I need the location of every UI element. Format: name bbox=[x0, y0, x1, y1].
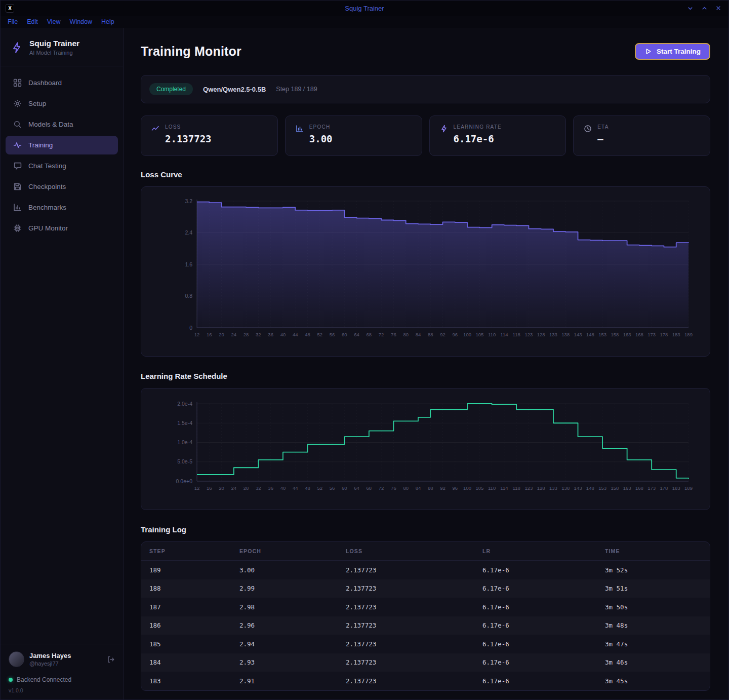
menu-window[interactable]: Window bbox=[65, 17, 97, 26]
sidebar-item-models-data[interactable]: Models & Data bbox=[6, 115, 118, 134]
sidebar-item-gpu-monitor[interactable]: GPU Monitor bbox=[6, 219, 118, 238]
sidebar-item-training[interactable]: Training bbox=[6, 136, 118, 154]
bolt-logo-icon bbox=[11, 42, 23, 54]
main-content: Training Monitor Start Training Complete… bbox=[124, 28, 728, 699]
svg-text:68: 68 bbox=[367, 485, 372, 491]
svg-text:48: 48 bbox=[305, 332, 310, 337]
sidebar-item-dashboard[interactable]: Dashboard bbox=[6, 73, 118, 92]
stat-value-eta: — bbox=[597, 133, 609, 144]
minimize-button[interactable] bbox=[685, 3, 695, 13]
table-cell: 186 bbox=[149, 621, 239, 629]
svg-text:105: 105 bbox=[475, 332, 483, 337]
svg-text:84: 84 bbox=[416, 485, 421, 491]
svg-text:178: 178 bbox=[660, 485, 668, 491]
svg-text:40: 40 bbox=[280, 332, 286, 337]
sidebar: Squig Trainer AI Model Training Dashboar… bbox=[1, 28, 124, 699]
sidebar-nav: Dashboard Setup Models & Data Training C… bbox=[1, 66, 123, 644]
table-cell: 3.00 bbox=[239, 566, 346, 574]
svg-text:183: 183 bbox=[672, 485, 680, 491]
menu-file[interactable]: File bbox=[3, 17, 22, 26]
start-training-label: Start Training bbox=[657, 48, 701, 55]
svg-text:76: 76 bbox=[391, 485, 396, 491]
table-cell: 187 bbox=[149, 603, 239, 611]
log-table-body: 1893.002.1377236.17e-63m 52s1882.992.137… bbox=[141, 561, 710, 690]
table-cell: 2.94 bbox=[239, 640, 346, 648]
app-window: X Squig Trainer File Edit View Window He… bbox=[0, 0, 729, 700]
svg-text:72: 72 bbox=[379, 485, 384, 491]
app-version: v1.0.0 bbox=[1, 684, 123, 699]
stats-row: LOSS 2.137723 EPOCH 3.00 LEARNING RATE bbox=[141, 115, 710, 156]
table-cell: 2.137723 bbox=[346, 658, 482, 666]
search-icon bbox=[13, 120, 22, 129]
lr-chart-svg: 0.0e+05.0e-51.0e-41.5e-42.0e-41216202428… bbox=[153, 398, 700, 501]
page-title: Training Monitor bbox=[141, 44, 241, 59]
sidebar-item-setup[interactable]: Setup bbox=[6, 94, 118, 113]
svg-text:20: 20 bbox=[219, 485, 224, 491]
svg-text:64: 64 bbox=[354, 332, 359, 337]
menubar: File Edit View Window Help bbox=[1, 16, 728, 28]
table-cell: 2.137723 bbox=[346, 677, 482, 685]
column-header-loss: LOSS bbox=[346, 548, 482, 554]
table-cell: 2.137723 bbox=[346, 585, 482, 592]
svg-text:153: 153 bbox=[598, 485, 606, 491]
training-log-card: STEP EPOCH LOSS LR TIME 1893.002.1377236… bbox=[141, 541, 710, 691]
chip-icon bbox=[13, 224, 22, 232]
titlebar: X Squig Trainer bbox=[1, 1, 728, 16]
svg-text:158: 158 bbox=[611, 332, 619, 337]
svg-text:114: 114 bbox=[500, 332, 508, 337]
start-training-button[interactable]: Start Training bbox=[635, 43, 710, 60]
menu-view[interactable]: View bbox=[43, 17, 65, 26]
svg-text:28: 28 bbox=[244, 332, 249, 337]
sidebar-item-chat-testing[interactable]: Chat Testing bbox=[6, 157, 118, 175]
svg-text:128: 128 bbox=[537, 485, 545, 491]
svg-text:56: 56 bbox=[330, 332, 335, 337]
table-cell: 183 bbox=[149, 677, 239, 685]
svg-text:0.8: 0.8 bbox=[185, 293, 192, 299]
svg-text:178: 178 bbox=[660, 332, 668, 337]
table-row: 1872.982.1377236.17e-63m 50s bbox=[141, 598, 710, 616]
maximize-button[interactable] bbox=[699, 3, 709, 13]
svg-text:1.5e-4: 1.5e-4 bbox=[177, 420, 192, 426]
gear-icon bbox=[13, 99, 22, 108]
menu-help[interactable]: Help bbox=[97, 17, 119, 26]
svg-text:72: 72 bbox=[379, 332, 384, 337]
table-row: 1893.002.1377236.17e-63m 52s bbox=[141, 561, 710, 579]
svg-text:128: 128 bbox=[537, 332, 545, 337]
sidebar-item-checkpoints[interactable]: Checkpoints bbox=[6, 177, 118, 196]
table-cell: 2.137723 bbox=[346, 566, 482, 574]
table-cell: 2.91 bbox=[239, 677, 346, 685]
svg-text:56: 56 bbox=[330, 485, 335, 491]
run-status-card: Completed Qwen/Qwen2.5-0.5B Step 189 / 1… bbox=[141, 75, 710, 103]
table-cell: 2.137723 bbox=[346, 640, 482, 648]
user-handle: @hayesjl77 bbox=[29, 660, 71, 667]
loss-curve-chart: 00.81.62.43.2121620242832364044485256606… bbox=[153, 196, 698, 350]
user-block[interactable]: James Hayes @hayesjl77 bbox=[1, 644, 123, 672]
model-name: Qwen/Qwen2.5-0.5B bbox=[203, 86, 266, 93]
svg-text:24: 24 bbox=[231, 332, 237, 337]
sidebar-item-benchmarks[interactable]: Benchmarks bbox=[6, 198, 118, 217]
svg-text:60: 60 bbox=[342, 485, 347, 491]
svg-text:123: 123 bbox=[524, 485, 533, 491]
window-controls bbox=[685, 3, 723, 13]
svg-text:12: 12 bbox=[194, 332, 200, 337]
table-cell: 2.96 bbox=[239, 621, 346, 629]
close-button[interactable] bbox=[713, 3, 723, 13]
logout-icon[interactable] bbox=[107, 655, 115, 664]
app-logo-icon: X bbox=[6, 4, 14, 13]
sidebar-item-label: Checkpoints bbox=[28, 183, 66, 190]
svg-text:36: 36 bbox=[268, 332, 273, 337]
column-header-lr: LR bbox=[482, 548, 605, 554]
svg-text:148: 148 bbox=[586, 485, 594, 491]
svg-text:138: 138 bbox=[561, 485, 570, 491]
bars-icon bbox=[296, 125, 304, 133]
svg-text:44: 44 bbox=[293, 332, 298, 337]
column-header-epoch: EPOCH bbox=[239, 548, 346, 554]
table-row: 1852.942.1377236.17e-63m 47s bbox=[141, 635, 710, 653]
menu-edit[interactable]: Edit bbox=[22, 17, 43, 26]
svg-text:0: 0 bbox=[189, 325, 192, 331]
stat-card-loss: LOSS 2.137723 bbox=[141, 115, 278, 156]
main-header: Training Monitor Start Training bbox=[141, 43, 710, 60]
svg-text:92: 92 bbox=[440, 485, 446, 491]
table-cell: 6.17e-6 bbox=[482, 566, 605, 574]
backend-status-label: Backend Connected bbox=[17, 676, 71, 683]
